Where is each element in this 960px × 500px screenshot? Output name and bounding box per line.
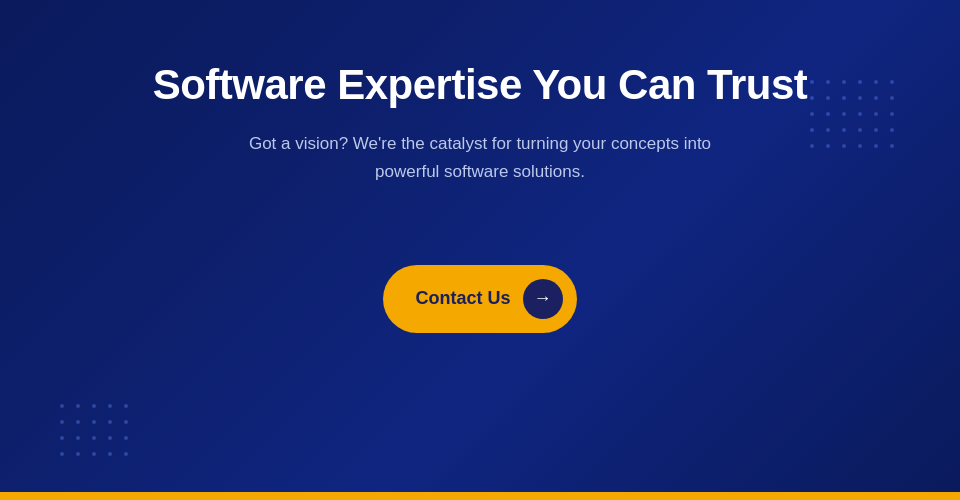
cta-arrow-icon: → — [523, 279, 563, 319]
contact-us-button[interactable]: Contact Us → — [383, 265, 576, 333]
bottom-accent-bar — [0, 492, 960, 500]
hero-subtitle: Got a vision? We're the catalyst for tur… — [220, 130, 740, 184]
cta-button-label: Contact Us — [415, 288, 510, 309]
dots-top-right-decoration — [810, 80, 900, 154]
dots-bottom-left-decoration — [60, 404, 134, 462]
hero-title: Software Expertise You Can Trust — [153, 60, 808, 110]
hero-section: Software Expertise You Can Trust Got a v… — [0, 0, 960, 492]
page-wrapper: Software Expertise You Can Trust Got a v… — [0, 0, 960, 500]
